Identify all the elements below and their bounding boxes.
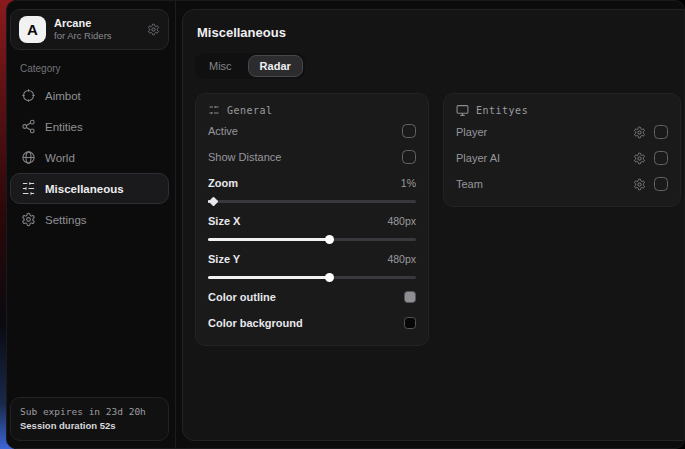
app-name: Arcane (54, 17, 139, 31)
sliders-mini-icon (208, 104, 220, 116)
sidebar-item-world[interactable]: World (10, 142, 169, 173)
toggle-row-show-distance: Show Distance (208, 146, 416, 168)
toggle-row-active: Active (208, 120, 416, 142)
slider-value: 1% (401, 177, 416, 189)
session-duration-text: Session duration 52s (20, 419, 159, 433)
slider-fill (208, 276, 329, 279)
entity-controls (633, 177, 668, 191)
entities-network-icon (21, 119, 36, 134)
sidebar-item-label: Miscellaneous (45, 183, 124, 195)
tab-bar: Misc Radar (195, 53, 305, 79)
slider-label: Size Y (208, 253, 240, 265)
gear-icon (21, 212, 36, 227)
entity-row-player: Player (456, 121, 668, 143)
entity-settings-gear-icon[interactable] (633, 126, 646, 139)
brand-text: Arcane for Arc Riders (54, 17, 139, 43)
zoom-slider[interactable] (208, 196, 416, 206)
entity-settings-gear-icon[interactable] (633, 178, 646, 191)
sidebar: A Arcane for Arc Riders Category Aimbot (7, 1, 176, 448)
color-row-background: Color background (208, 312, 416, 334)
player-checkbox[interactable] (654, 125, 668, 139)
toggle-label: Active (208, 125, 238, 137)
slider-label: Size X (208, 215, 240, 227)
entities-card-title: Entityes (476, 105, 528, 116)
sidebar-item-settings[interactable]: Settings (10, 204, 169, 235)
sidebar-item-aimbot[interactable]: Aimbot (10, 80, 169, 111)
app-subtitle: for Arc Riders (54, 30, 139, 42)
app-window: A Arcane for Arc Riders Category Aimbot (6, 0, 685, 449)
color-outline-swatch[interactable] (404, 291, 416, 303)
app-logo: A (19, 16, 46, 43)
show-distance-checkbox[interactable] (402, 150, 416, 164)
brand-gear-icon[interactable] (147, 23, 160, 36)
slider-row-size-x: Size X 480px (208, 210, 416, 232)
sidebar-nav: Aimbot Entities World Miscellaneous (10, 80, 169, 235)
cards-row: General Active Show Distance Zoom 1% (195, 93, 681, 346)
slider-thumb[interactable] (325, 235, 334, 244)
general-card-header: General (208, 104, 416, 116)
slider-row-zoom: Zoom 1% (208, 172, 416, 194)
color-row-outline: Color outline (208, 286, 416, 308)
sidebar-item-label: Settings (45, 214, 87, 226)
slider-label: Zoom (208, 177, 238, 189)
color-background-swatch[interactable] (404, 317, 416, 329)
size-y-slider[interactable] (208, 272, 416, 282)
globe-icon (21, 150, 36, 165)
general-card-title: General (227, 105, 273, 116)
slider-value: 480px (387, 215, 416, 227)
slider-row-size-y: Size Y 480px (208, 248, 416, 270)
active-checkbox[interactable] (402, 124, 416, 138)
entity-settings-gear-icon[interactable] (633, 152, 646, 165)
tab-misc[interactable]: Misc (197, 55, 244, 77)
slider-fill (208, 238, 329, 241)
entity-controls (633, 125, 668, 139)
entities-card-header: Entityes (456, 104, 668, 117)
player-ai-checkbox[interactable] (654, 151, 668, 165)
entity-label: Player AI (456, 152, 500, 164)
team-checkbox[interactable] (654, 177, 668, 191)
sidebar-item-label: World (45, 152, 75, 164)
entity-row-team: Team (456, 173, 668, 195)
slider-thumb[interactable] (209, 197, 219, 207)
slider-track (208, 200, 416, 203)
tab-radar[interactable]: Radar (248, 55, 303, 77)
entity-controls (633, 151, 668, 165)
crosshair-icon (21, 88, 36, 103)
monitor-icon (456, 104, 469, 117)
slider-thumb[interactable] (325, 273, 334, 282)
sidebar-item-label: Entities (45, 121, 83, 133)
main-area: Miscellaneous Misc Radar General Active (176, 1, 685, 448)
general-card: General Active Show Distance Zoom 1% (195, 93, 429, 346)
entity-label: Team (456, 178, 483, 190)
sub-expires-text: Sub expires in 23d 20h (20, 405, 159, 419)
entities-card: Entityes Player Player AI (443, 93, 681, 207)
entity-row-player-ai: Player AI (456, 147, 668, 169)
entity-label: Player (456, 126, 487, 138)
color-label: Color outline (208, 291, 276, 303)
toggle-label: Show Distance (208, 151, 281, 163)
content-panel: Miscellaneous Misc Radar General Active (182, 9, 685, 441)
category-label: Category (20, 63, 169, 74)
slider-value: 480px (387, 253, 416, 265)
color-label: Color background (208, 317, 303, 329)
sliders-icon (21, 181, 36, 196)
size-x-slider[interactable] (208, 234, 416, 244)
page-title: Miscellaneous (197, 25, 681, 40)
sidebar-item-label: Aimbot (45, 90, 81, 102)
sidebar-item-miscellaneous[interactable]: Miscellaneous (10, 173, 169, 204)
subscription-info-card: Sub expires in 23d 20h Session duration … (10, 397, 169, 442)
brand-card: A Arcane for Arc Riders (10, 9, 169, 50)
sidebar-item-entities[interactable]: Entities (10, 111, 169, 142)
